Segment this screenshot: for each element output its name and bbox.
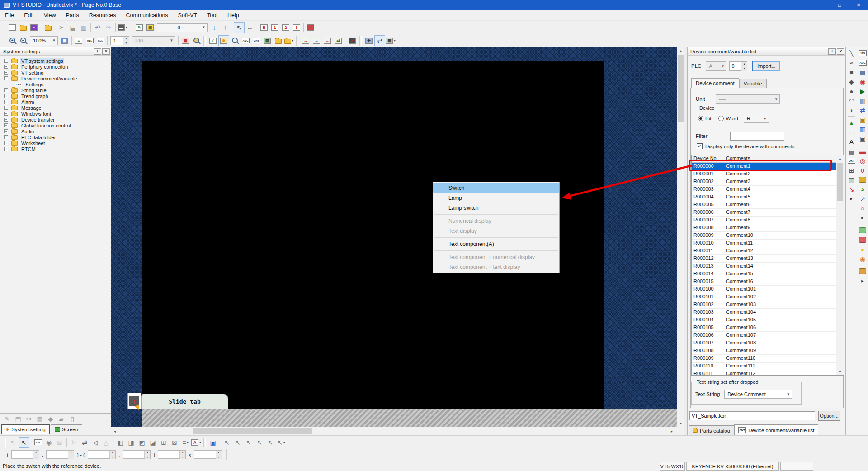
video-parts-icon[interactable]: ▶ [858,86,868,96]
switch-parts-icon[interactable] [858,226,868,235]
table-row[interactable]: R000102Comment103 [692,301,837,309]
transfer-to-vt-icon[interactable]: → [300,35,311,46]
select-other-parts-icon[interactable]: ↖▾ [276,437,287,448]
stacked-graph-parts-icon[interactable] [858,175,868,184]
move-backward-icon[interactable]: ◪ [147,437,158,448]
coord-spinner-5[interactable]: ▲▼ [194,450,222,459]
minimize-button[interactable]: ─ [811,0,830,10]
select-switch-parts-icon[interactable]: ↖ [222,437,232,448]
tree-item-message[interactable]: +Message [0,105,111,111]
expand-icon[interactable]: + [4,147,8,151]
table-row[interactable]: R000105Comment106 [692,324,837,332]
undo-icon[interactable]: ↶ [92,22,103,33]
spin-up-icon[interactable]: ▲ [123,37,129,41]
select-text-parts-icon[interactable]: ↖ [254,437,265,448]
menu-tool[interactable]: Tool [202,10,222,20]
coord-spinner-0[interactable]: ▲▼ [11,450,39,459]
spin-down-icon[interactable]: ▼ [216,455,222,459]
open-file-icon[interactable] [18,22,28,33]
vt-monitor-icon[interactable]: ✓ [347,35,358,46]
more-graph-parts-icon[interactable]: ▶ [858,213,868,222]
multi-lamp-parts-icon[interactable]: ◉ [858,254,868,264]
tree-item-audio[interactable]: +Audio [0,128,111,134]
spin-down-icon[interactable]: ▼ [180,455,185,459]
select-cursor-icon[interactable]: ↖ [19,437,29,448]
copy-icon[interactable]: ▤ [67,22,78,33]
tab-system-setting[interactable]: ✱System setting [1,424,50,434]
line-tool-icon[interactable]: ╲ [847,48,856,58]
grid-parts-icon[interactable]: ▦ [847,175,856,184]
tree-item-settings[interactable]: CNTSettings [0,81,111,87]
show-all-on-icon[interactable]: ALL [84,35,95,46]
flip-vertical-icon[interactable]: ◁ [90,437,101,448]
coord-spinner-1[interactable]: ▲▼ [46,450,74,459]
text-display-parts-icon[interactable]: ABC [858,58,868,67]
menu-file[interactable]: File [0,10,19,20]
expand-icon[interactable]: + [4,129,8,133]
expand-icon[interactable]: + [4,123,8,127]
scroll-down-icon[interactable]: ▼ [677,419,684,427]
table-row[interactable]: R000004Comment5 [692,193,837,201]
parts-id-icon[interactable]: 123 [33,437,43,448]
select-numeric-parts-icon[interactable]: ↖ [243,437,254,448]
tab-device-comment-variable-list[interactable]: CNT Device comment/variable list [734,424,818,435]
tree-item-alarm[interactable]: +Alarm [0,99,111,105]
table-row[interactable]: R000101Comment102 [692,293,837,301]
bring-to-front-icon[interactable]: ◧ [115,437,126,448]
box-parts-icon[interactable]: ▭ [847,127,856,137]
lamp-switch-parts-icon[interactable] [858,235,868,245]
spin-up-icon[interactable]: ▲ [145,451,150,455]
tree-item-vt-setting[interactable]: +VT setting [0,70,111,75]
spin-up-icon[interactable]: ▲ [741,62,747,66]
window-3-icon[interactable]: 3 [291,22,302,33]
table-row[interactable]: R000002Comment3 [692,178,837,186]
transfer-verify-icon[interactable]: ⇄ [333,35,344,46]
pin-icon[interactable]: ↧ [94,48,101,55]
menu-view[interactable]: View [39,10,61,20]
id-spinner[interactable]: 0 ▲▼ [110,36,129,45]
change-color-icon[interactable]: ▩ [180,35,191,46]
panel-splitter[interactable] [684,47,687,435]
preview-icon[interactable] [229,35,240,46]
spin-up-icon[interactable]: ▲ [216,451,222,455]
sound-parts-icon[interactable]: ◉ [858,77,868,86]
snap-select-icon[interactable]: ▣ [208,437,218,448]
more-parts-icon[interactable]: ▶ [858,276,868,286]
table-row[interactable]: R000014Comment15 [692,270,837,278]
collapse-icon[interactable]: - [4,76,8,80]
more-draw-tools-icon[interactable]: ▶ [847,194,856,203]
paste-icon[interactable]: ▥ [78,22,89,33]
table-row[interactable]: R000109Comment110 [692,355,837,363]
spin-down-icon[interactable]: ▼ [145,455,150,459]
close-button[interactable]: ✕ [849,0,868,10]
scrollbar-thumb[interactable] [193,428,312,434]
column-device-no[interactable]: Device No. [692,155,724,162]
table-row[interactable]: R000107Comment108 [692,339,837,347]
numerical-display-parts-icon[interactable]: 123 [858,48,868,58]
spin-up-icon[interactable]: ▲ [33,451,39,455]
import-button[interactable]: Import... [752,61,780,71]
spin-down-icon[interactable]: ▼ [110,455,115,459]
table-row[interactable]: R000009Comment10 [692,232,837,240]
table-row[interactable]: R000007Comment8 [692,217,837,224]
menu-resources[interactable]: Resources [84,10,121,20]
parts-catalog-icon[interactable] [273,35,283,46]
polyline-tool-icon[interactable]: ≈ [847,58,856,67]
window-copy-parts-icon[interactable]: ▣ [858,115,868,124]
scrollbar-thumb[interactable] [837,163,843,201]
pie-chart-parts-icon[interactable]: ◕ [858,184,868,194]
send-to-back-icon[interactable]: ◨ [126,437,137,448]
expand-icon[interactable]: + [4,71,8,75]
scroll-right-icon[interactable]: ► [668,428,675,435]
print-icon[interactable]: ▬▾ [117,22,128,33]
data-transfer-parts-icon[interactable]: ⇄ [858,105,868,115]
expand-icon[interactable]: + [4,135,8,139]
spin-down-icon[interactable]: ▼ [123,41,129,45]
transfer-from-vt-icon[interactable]: ← [322,35,333,46]
window-base-icon[interactable]: B [259,22,269,33]
document-display-icon[interactable]: ▤ [847,146,856,156]
table-scrollbar[interactable]: ▲ ▼ [836,155,844,375]
menu-edit[interactable]: Edit [19,10,39,20]
tree-item-device-comment-variable[interactable]: -Device comment/variable [0,75,111,81]
parts-search-icon[interactable] [191,35,202,46]
